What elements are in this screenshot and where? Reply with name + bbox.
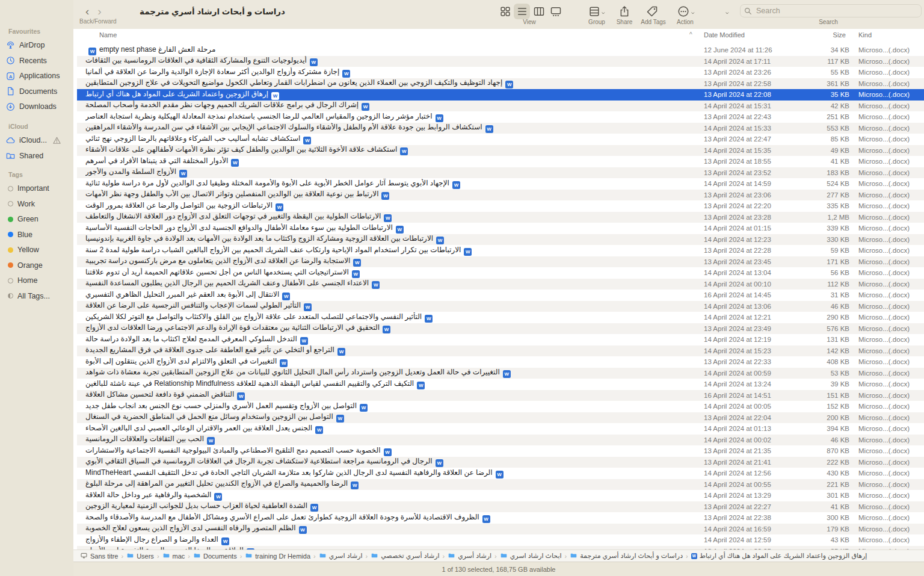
file-row[interactable]: Wالتراجع أو التخلي عن تأثير قمع العاطفة … bbox=[77, 345, 924, 357]
action-icon[interactable] bbox=[677, 5, 689, 17]
file-row[interactable]: Wالخصوبة حسب التصميم دمج التلقيح الاصطنا… bbox=[77, 445, 924, 457]
path-item[interactable]: ابحاث ارشاد اسري bbox=[500, 552, 562, 560]
path-item[interactable]: mac bbox=[162, 553, 185, 560]
file-row[interactable]: Wالعداء والرضا و الصراع رجال الإطفاء وال… bbox=[77, 534, 924, 546]
sidebar-item-orange[interactable]: Orange bbox=[6, 259, 71, 272]
sidebar-item-downloads[interactable]: Downloads bbox=[6, 100, 71, 113]
file-row[interactable]: Wإشراك الرجال في برامج علاقات الشريك الح… bbox=[77, 101, 924, 112]
search-field[interactable] bbox=[740, 4, 922, 17]
path-separator-icon: › bbox=[157, 553, 159, 560]
file-row[interactable]: Wالتدخل السلوكي المعرفي المدمج لعلاج اكت… bbox=[77, 334, 924, 345]
sidebar-item-shared[interactable]: Shared bbox=[6, 149, 71, 163]
group-icon[interactable] bbox=[588, 5, 600, 17]
sidebar-item-recents[interactable]: Recents bbox=[6, 54, 71, 67]
file-row[interactable]: Wأيديولوجيات التنوع والمشاركة الثقافية ف… bbox=[77, 56, 924, 67]
file-row[interactable]: Wالظروف الاقتصادية للأسرة وجودة العلاقة … bbox=[77, 512, 924, 524]
add-tags-icon[interactable] bbox=[646, 5, 658, 17]
path-item[interactable]: training Dr Hemida bbox=[245, 553, 310, 560]
file-row[interactable]: Wالتأثير النفسي والاجتماعي للتصلب المتعد… bbox=[77, 312, 924, 323]
file-row[interactable]: Wالتكيف التركي والتقييم النفسي لقياس الي… bbox=[77, 379, 924, 390]
warning-icon bbox=[52, 136, 61, 144]
file-row[interactable]: Wالارتباطات الطولية بين اليقظة والتغيير … bbox=[77, 212, 924, 223]
search-input[interactable] bbox=[755, 6, 917, 16]
file-row[interactable]: Wالأدوار المختلفة التي قد يتبناها الأفرا… bbox=[77, 156, 924, 167]
sort-ascending-icon[interactable]: ^ bbox=[689, 31, 692, 38]
share-icon[interactable] bbox=[618, 5, 630, 17]
file-row[interactable]: Wاختبار مؤشر رضا الزوجين والمقياس العالم… bbox=[77, 111, 924, 123]
file-row[interactable]: Wإجهاد التوظيف والتكيف الزوجي بين العملا… bbox=[77, 78, 924, 90]
path-item[interactable]: ارشاد أسري bbox=[448, 552, 491, 560]
file-row[interactable]: Wالتناقض الضمني قوة دافعة لتحسين مشاكل ا… bbox=[77, 390, 924, 401]
path-item[interactable]: ارشاد اسري bbox=[319, 552, 363, 560]
file-row[interactable]: Wالتحقيق في الارتباطات الثنائية بين معتق… bbox=[77, 323, 924, 335]
path-item[interactable]: Wإرهاق الزوجين واعتماد الشريك على المواد… bbox=[691, 552, 867, 560]
sidebar-item-applications[interactable]: AApplications bbox=[6, 69, 71, 82]
path-item[interactable]: Sans titre bbox=[80, 553, 118, 560]
file-row[interactable]: Wالشخصية والرفاهية عبر وداخل حالة العلاق… bbox=[77, 490, 924, 501]
sidebar-item-documents[interactable]: Documents bbox=[6, 85, 71, 98]
view-list-icon[interactable] bbox=[516, 5, 528, 17]
file-date-modified: 14 April 2024 at 12:19 bbox=[704, 336, 771, 343]
file-row[interactable]: Wالارتباطات الطولية بين سوء معاملة الأطف… bbox=[77, 223, 924, 234]
file-row[interactable]: Wالانتقال إلى الأبوة بعد العقم غير المبر… bbox=[77, 290, 924, 301]
file-row[interactable]: Wالإجهاد الأبوي يتوسط آثار عوامل الخطر ا… bbox=[77, 178, 924, 190]
file-row[interactable]: Wالرضا والحميمية والصراع في الأزواج الكن… bbox=[77, 479, 924, 491]
file-row[interactable]: Wالارتباط بين نوعية العلاقة بين الوالدين… bbox=[77, 190, 924, 201]
file-row[interactable]: Wالاعتداء الجنسي على الأطفال وعنف الشريك… bbox=[77, 279, 924, 290]
path-item[interactable]: Documents bbox=[193, 553, 237, 560]
file-row[interactable]: Wالظلم المتصور والرفاه النفسي لدى الأزوا… bbox=[77, 524, 924, 535]
file-row[interactable]: Wالجنس يعدل العلاقة بين العمر والاقتران … bbox=[77, 423, 924, 435]
file-row[interactable]: Wالتغييرات في التعلق والالتزام لدى الأزو… bbox=[77, 356, 924, 368]
file-row[interactable]: Wاستكشاف الروابط بين جودة علاقة الأم وال… bbox=[77, 123, 924, 134]
sidebar-item-icloud[interactable]: iCloud... bbox=[6, 134, 71, 147]
file-size: 524 KB bbox=[769, 180, 849, 187]
apps-icon: A bbox=[6, 72, 15, 81]
file-row[interactable]: Wالرجال في الرومانسية مراجعة استطلاعية ل… bbox=[77, 457, 924, 468]
file-row[interactable]: Wإرهاق الزوجين واعتماد الشريك على المواد… bbox=[77, 89, 924, 101]
file-row[interactable]: Wالتواصل بين الأزواج وتقسيم العمل الأسري… bbox=[77, 401, 924, 412]
file-row[interactable]: Wالاستراتيجيات التي يستخدمها الناس من أج… bbox=[77, 267, 924, 279]
file-row[interactable]: Wالارتباطات بين تكرار استخدام المواد الإ… bbox=[77, 245, 924, 256]
sidebar-item-green[interactable]: Green bbox=[6, 212, 71, 226]
file-row[interactable]: Wالارتباطات بين العلاقة الزوجية ومشاركة … bbox=[77, 234, 924, 246]
toolbar-chevron-down-icon[interactable] bbox=[725, 8, 731, 14]
action-label: Action bbox=[677, 19, 694, 25]
column-header-name[interactable]: Name bbox=[99, 31, 117, 39]
path-item[interactable]: ارشاد أسري تخصصي bbox=[371, 552, 439, 560]
sidebar-item-yellow[interactable]: Yellow bbox=[6, 243, 71, 256]
column-header-size[interactable]: Size bbox=[783, 31, 846, 39]
sidebar-item-all-tags[interactable]: All Tags... bbox=[6, 290, 71, 303]
file-row[interactable]: Wالاستجابة والرضا عن العلاقة لدى الأزواج… bbox=[77, 256, 924, 268]
file-row[interactable]: Wالتغييرات في حالة العمل وتعديل الزوجين … bbox=[77, 368, 924, 379]
back-icon[interactable]: ‹ bbox=[85, 5, 97, 17]
back-forward-buttons[interactable]: ‹› bbox=[85, 5, 110, 18]
file-row[interactable]: Wempty nest phase مرحلة العش الفارغ12 Ju… bbox=[77, 45, 924, 56]
column-header-kind[interactable]: Kind bbox=[858, 31, 872, 39]
file-row[interactable]: Wالتواصل بين الزوجين واستخدام وسائل منع … bbox=[77, 412, 924, 424]
file-row[interactable]: Wالأزواج السلطة والمدن والأجور13 April 2… bbox=[77, 167, 924, 179]
path-separator-icon: › bbox=[121, 553, 123, 560]
file-row[interactable]: Wالشدة العاطفية لحياة العزاب حساب بديل ل… bbox=[77, 501, 924, 513]
sidebar-item-home[interactable]: Home bbox=[6, 274, 71, 287]
sidebar-item-work[interactable]: Work bbox=[6, 197, 71, 211]
column-header-date-modified[interactable]: Date Modified bbox=[704, 31, 745, 39]
forward-icon[interactable]: › bbox=[97, 5, 109, 17]
file-row[interactable]: Wاستكشاف تشابه أساليب حب الشركاء وعلاقات… bbox=[77, 134, 924, 145]
file-row[interactable]: Wالحب بين الثقافات والعلاقات الرومانسية1… bbox=[77, 435, 924, 446]
file-row[interactable]: Wالرضا عن العلاقة والرفاهية النفسية لدى … bbox=[77, 468, 924, 479]
view-grid-icon[interactable] bbox=[499, 5, 511, 17]
file-row[interactable]: Wالارتباطات الزوجية بين التواصل والرضا ع… bbox=[77, 200, 924, 212]
sidebar-item-blue[interactable]: Blue bbox=[6, 228, 71, 241]
file-row[interactable]: Wاستكشاف علاقة الأخوة الثلاثية بين الوال… bbox=[77, 145, 924, 156]
path-separator-icon: › bbox=[366, 553, 368, 560]
sidebar-item-airdrop[interactable]: AirDrop bbox=[6, 39, 71, 52]
view-columns-icon[interactable] bbox=[533, 5, 545, 17]
sidebar-item-important[interactable]: Important bbox=[6, 182, 71, 195]
word-document-icon: W bbox=[303, 137, 311, 144]
view-gallery-icon[interactable] bbox=[550, 5, 562, 17]
file-row[interactable]: Wإجازة مشتركة وأزواج الوالدين أكثر سعادة… bbox=[77, 67, 924, 78]
path-item[interactable]: Users bbox=[126, 553, 154, 560]
path-item[interactable]: دراسات و أبحاث ارشاد أسري مترجمة bbox=[570, 552, 683, 560]
file-row[interactable]: Wالتأثير الطولي لسمات الإعجاب والتنافس ا… bbox=[77, 301, 924, 312]
file-kind: Microso...(.docx) bbox=[858, 492, 924, 499]
